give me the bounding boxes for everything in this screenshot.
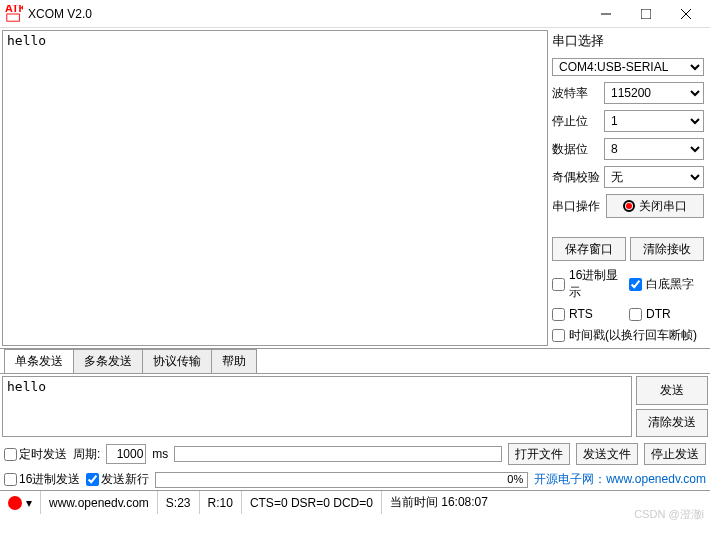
expand-icon[interactable]: ▾ bbox=[26, 496, 32, 510]
tab-protocol[interactable]: 协议传输 bbox=[142, 349, 212, 373]
record-icon bbox=[623, 200, 635, 212]
tab-multi-send[interactable]: 多条发送 bbox=[73, 349, 143, 373]
send-input[interactable] bbox=[3, 377, 631, 433]
port-select[interactable]: COM4:USB-SERIAL bbox=[552, 58, 704, 76]
stop-send-button[interactable]: 停止发送 bbox=[644, 443, 706, 465]
dtr-checkbox[interactable] bbox=[629, 308, 642, 321]
timed-send-checkbox[interactable] bbox=[4, 448, 17, 461]
window-title: XCOM V2.0 bbox=[28, 7, 586, 21]
status-received: R:10 bbox=[200, 491, 242, 514]
open-file-button[interactable]: 打开文件 bbox=[508, 443, 570, 465]
operate-label: 串口操作 bbox=[552, 198, 600, 215]
tab-help[interactable]: 帮助 bbox=[211, 349, 257, 373]
svg-text:ATK: ATK bbox=[5, 5, 23, 14]
status-bar: ▾ www.openedv.com S:23 R:10 CTS=0 DSR=0 … bbox=[0, 490, 710, 514]
receive-text[interactable]: hello bbox=[3, 31, 547, 345]
status-signals: CTS=0 DSR=0 DCD=0 bbox=[242, 491, 382, 514]
parity-label: 奇偶校验 bbox=[552, 169, 600, 186]
maximize-button[interactable] bbox=[626, 0, 666, 28]
data-select[interactable]: 8 bbox=[604, 138, 704, 160]
timestamp-checkbox[interactable] bbox=[552, 329, 565, 342]
period-label: 周期: bbox=[73, 446, 100, 463]
save-window-button[interactable]: 保存窗口 bbox=[552, 237, 626, 261]
close-button[interactable] bbox=[666, 0, 706, 28]
svg-rect-1 bbox=[7, 14, 20, 21]
hex-display-checkbox[interactable] bbox=[552, 278, 565, 291]
settings-panel: 串口选择 COM4:USB-SERIAL 波特率 115200 停止位 1 数据… bbox=[550, 28, 710, 348]
send-button[interactable]: 发送 bbox=[636, 376, 708, 405]
app-logo-icon: ATK bbox=[4, 4, 24, 24]
tab-single-send[interactable]: 单条发送 bbox=[4, 349, 74, 373]
status-icon bbox=[8, 496, 22, 510]
stop-select[interactable]: 1 bbox=[604, 110, 704, 132]
port-select-label: 串口选择 bbox=[552, 32, 704, 50]
baud-select[interactable]: 115200 bbox=[604, 82, 704, 104]
clear-receive-button[interactable]: 清除接收 bbox=[630, 237, 704, 261]
status-url[interactable]: www.openedv.com bbox=[41, 491, 158, 514]
send-file-button[interactable]: 发送文件 bbox=[576, 443, 638, 465]
rts-checkbox[interactable] bbox=[552, 308, 565, 321]
svg-rect-3 bbox=[641, 9, 651, 19]
clear-send-button[interactable]: 清除发送 bbox=[636, 409, 708, 438]
stop-label: 停止位 bbox=[552, 113, 600, 130]
file-path-display bbox=[174, 446, 502, 462]
titlebar: ATK XCOM V2.0 bbox=[0, 0, 710, 28]
period-unit: ms bbox=[152, 447, 168, 461]
close-port-button[interactable]: 关闭串口 bbox=[606, 194, 704, 218]
minimize-button[interactable] bbox=[586, 0, 626, 28]
period-input[interactable] bbox=[106, 444, 146, 464]
baud-label: 波特率 bbox=[552, 85, 600, 102]
status-time: 当前时间 16:08:07 bbox=[382, 491, 496, 514]
hex-send-checkbox[interactable] bbox=[4, 473, 17, 486]
data-label: 数据位 bbox=[552, 141, 600, 158]
status-sent: S:23 bbox=[158, 491, 200, 514]
white-bg-checkbox[interactable] bbox=[629, 278, 642, 291]
receive-area: hello bbox=[2, 30, 548, 346]
parity-select[interactable]: 无 bbox=[604, 166, 704, 188]
progress-bar: 0% bbox=[155, 472, 528, 488]
promo-link[interactable]: 开源电子网：www.openedv.com bbox=[534, 471, 706, 488]
send-newline-checkbox[interactable] bbox=[86, 473, 99, 486]
send-tabs: 单条发送 多条发送 协议传输 帮助 bbox=[0, 349, 710, 373]
